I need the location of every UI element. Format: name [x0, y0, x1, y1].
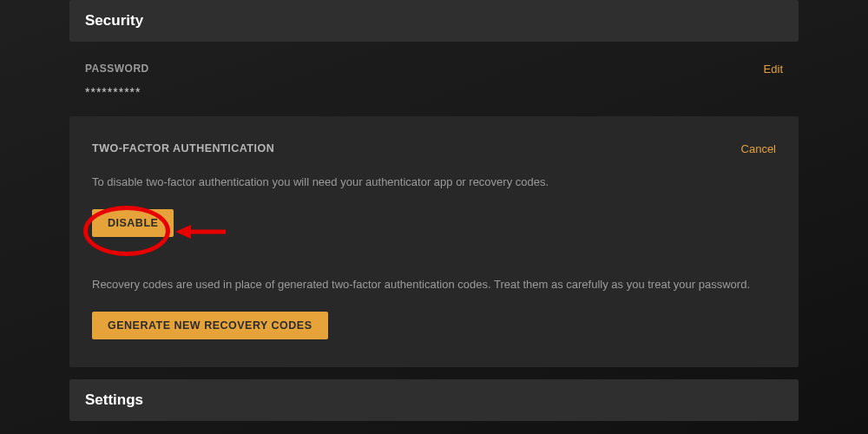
password-value: **********: [85, 85, 149, 99]
settings-section-header: Settings: [69, 379, 799, 421]
edit-password-link[interactable]: Edit: [764, 62, 783, 76]
tfa-description: To disable two-factor authentication you…: [92, 174, 776, 190]
generate-recovery-codes-button[interactable]: GENERATE NEW RECOVERY CODES: [92, 312, 328, 339]
recovery-description: Recovery codes are used in place of gene…: [92, 277, 776, 293]
password-left: PASSWORD **********: [85, 62, 149, 99]
cancel-link[interactable]: Cancel: [741, 142, 776, 155]
security-section-header: Security: [69, 0, 799, 42]
password-label: PASSWORD: [85, 62, 149, 75]
security-title: Security: [85, 12, 783, 30]
disable-tfa-button[interactable]: DISABLE: [92, 209, 174, 237]
settings-title: Settings: [85, 391, 783, 409]
page-container: Security PASSWORD ********** Edit TWO-FA…: [69, 0, 799, 421]
tfa-panel-head: TWO-FACTOR AUTHENTICATION Cancel: [92, 142, 776, 155]
two-factor-panel: TWO-FACTOR AUTHENTICATION Cancel To disa…: [69, 116, 799, 367]
tfa-title: TWO-FACTOR AUTHENTICATION: [92, 142, 274, 155]
password-row: PASSWORD ********** Edit: [69, 42, 799, 116]
